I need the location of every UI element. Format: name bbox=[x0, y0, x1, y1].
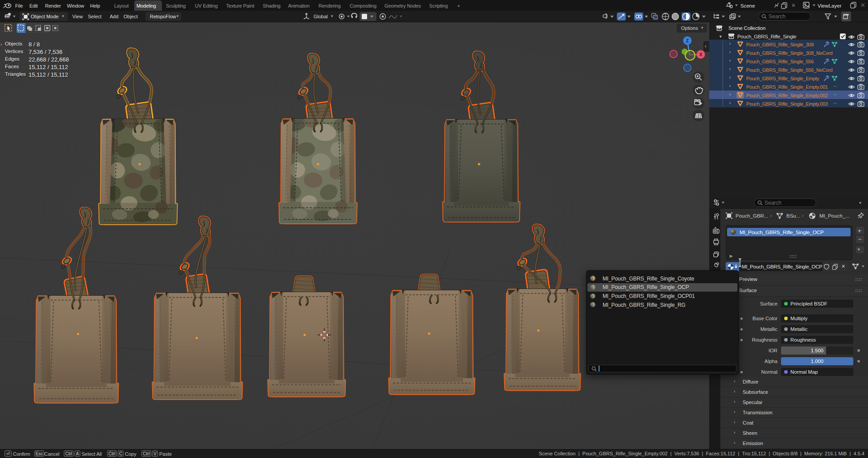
svg-text:X: X bbox=[699, 52, 703, 57]
svg-text:Z: Z bbox=[686, 38, 689, 43]
